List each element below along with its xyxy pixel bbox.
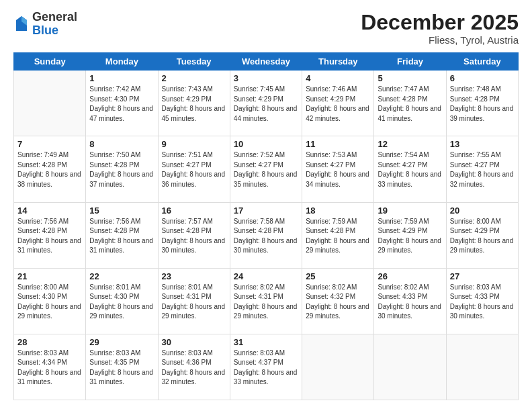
day-number: 16 — [162, 205, 226, 216]
day-number: 17 — [234, 205, 298, 216]
day-info: Sunrise: 8:03 AMSunset: 4:37 PMDaylight:… — [234, 349, 298, 387]
day-number: 11 — [306, 139, 370, 149]
week-row-3: 21Sunrise: 8:00 AMSunset: 4:30 PMDayligh… — [14, 268, 519, 334]
weekday-header-saturday: Saturday — [446, 53, 518, 71]
weekday-header-monday: Monday — [86, 53, 158, 71]
day-cell: 26Sunrise: 8:02 AMSunset: 4:33 PMDayligh… — [374, 268, 446, 334]
day-info: Sunrise: 8:01 AMSunset: 4:30 PMDaylight:… — [89, 283, 154, 322]
day-cell: 15Sunrise: 7:56 AMSunset: 4:28 PMDayligh… — [86, 202, 158, 268]
day-info: Sunrise: 7:48 AMSunset: 4:28 PMDaylight:… — [450, 85, 515, 124]
logo-icon — [13, 15, 30, 34]
day-info: Sunrise: 7:53 AMSunset: 4:27 PMDaylight:… — [306, 150, 370, 189]
day-number: 4 — [306, 73, 370, 83]
day-cell: 23Sunrise: 8:01 AMSunset: 4:31 PMDayligh… — [158, 268, 230, 334]
day-cell: 14Sunrise: 7:56 AMSunset: 4:28 PMDayligh… — [14, 202, 86, 268]
day-cell: 2Sunrise: 7:43 AMSunset: 4:29 PMDaylight… — [158, 71, 230, 136]
day-cell: 17Sunrise: 7:58 AMSunset: 4:28 PMDayligh… — [230, 202, 302, 268]
day-cell: 1Sunrise: 7:42 AMSunset: 4:30 PMDaylight… — [86, 71, 158, 136]
day-info: Sunrise: 8:01 AMSunset: 4:31 PMDaylight:… — [162, 283, 226, 322]
logo: General Blue — [13, 11, 77, 38]
day-number: 21 — [17, 271, 82, 281]
day-cell: 29Sunrise: 8:03 AMSunset: 4:35 PMDayligh… — [86, 334, 158, 400]
day-number: 24 — [234, 271, 298, 281]
day-number: 1 — [89, 73, 154, 83]
day-number: 27 — [450, 271, 515, 281]
day-cell: 30Sunrise: 8:03 AMSunset: 4:36 PMDayligh… — [158, 334, 230, 400]
day-cell — [302, 334, 374, 400]
day-number: 28 — [17, 337, 82, 347]
day-info: Sunrise: 7:59 AMSunset: 4:29 PMDaylight:… — [378, 217, 442, 256]
day-cell — [14, 71, 86, 136]
day-number: 5 — [378, 73, 442, 83]
day-number: 9 — [162, 139, 226, 149]
day-cell: 13Sunrise: 7:55 AMSunset: 4:27 PMDayligh… — [446, 136, 518, 202]
day-info: Sunrise: 7:42 AMSunset: 4:30 PMDaylight:… — [89, 85, 154, 124]
day-number: 15 — [89, 205, 154, 216]
weekday-header-thursday: Thursday — [302, 53, 374, 71]
day-info: Sunrise: 8:02 AMSunset: 4:31 PMDaylight:… — [234, 283, 298, 322]
logo-blue-text: Blue — [32, 24, 58, 37]
day-cell: 4Sunrise: 7:46 AMSunset: 4:29 PMDaylight… — [302, 71, 374, 136]
location: Fliess, Tyrol, Austria — [361, 34, 519, 46]
day-cell: 19Sunrise: 7:59 AMSunset: 4:29 PMDayligh… — [374, 202, 446, 268]
day-info: Sunrise: 7:43 AMSunset: 4:29 PMDaylight:… — [162, 85, 226, 124]
day-info: Sunrise: 7:47 AMSunset: 4:28 PMDaylight:… — [378, 85, 442, 124]
day-number: 2 — [162, 73, 226, 83]
page: General Blue December 2025 Fliess, Tyrol… — [0, 0, 532, 411]
day-number: 6 — [450, 73, 515, 83]
day-number: 31 — [234, 337, 298, 347]
header: General Blue December 2025 Fliess, Tyrol… — [13, 11, 519, 46]
day-number: 25 — [306, 271, 370, 281]
day-info: Sunrise: 8:02 AMSunset: 4:33 PMDaylight:… — [378, 283, 442, 322]
day-info: Sunrise: 7:54 AMSunset: 4:27 PMDaylight:… — [378, 150, 442, 189]
day-number: 18 — [306, 205, 370, 216]
day-number: 30 — [162, 337, 226, 347]
weekday-header-row: SundayMondayTuesdayWednesdayThursdayFrid… — [14, 53, 519, 71]
day-cell: 10Sunrise: 7:52 AMSunset: 4:27 PMDayligh… — [230, 136, 302, 202]
day-number: 20 — [450, 205, 515, 216]
day-cell: 8Sunrise: 7:50 AMSunset: 4:28 PMDaylight… — [86, 136, 158, 202]
day-cell: 27Sunrise: 8:03 AMSunset: 4:33 PMDayligh… — [446, 268, 518, 334]
day-info: Sunrise: 8:03 AMSunset: 4:34 PMDaylight:… — [17, 349, 82, 387]
day-info: Sunrise: 8:03 AMSunset: 4:35 PMDaylight:… — [89, 349, 154, 387]
day-cell: 9Sunrise: 7:51 AMSunset: 4:27 PMDaylight… — [158, 136, 230, 202]
day-cell: 25Sunrise: 8:02 AMSunset: 4:32 PMDayligh… — [302, 268, 374, 334]
day-info: Sunrise: 8:03 AMSunset: 4:36 PMDaylight:… — [162, 349, 226, 387]
day-number: 14 — [17, 205, 82, 216]
day-info: Sunrise: 7:56 AMSunset: 4:28 PMDaylight:… — [89, 217, 154, 256]
logo-general-text: General — [32, 10, 77, 24]
day-cell: 5Sunrise: 7:47 AMSunset: 4:28 PMDaylight… — [374, 71, 446, 136]
day-info: Sunrise: 7:51 AMSunset: 4:27 PMDaylight:… — [162, 150, 226, 189]
day-number: 12 — [378, 139, 442, 149]
day-info: Sunrise: 7:49 AMSunset: 4:28 PMDaylight:… — [17, 150, 82, 189]
day-number: 10 — [234, 139, 298, 149]
day-info: Sunrise: 8:00 AMSunset: 4:30 PMDaylight:… — [17, 283, 82, 322]
week-row-2: 14Sunrise: 7:56 AMSunset: 4:28 PMDayligh… — [14, 202, 519, 268]
day-info: Sunrise: 7:52 AMSunset: 4:27 PMDaylight:… — [234, 150, 298, 189]
day-cell: 7Sunrise: 7:49 AMSunset: 4:28 PMDaylight… — [14, 136, 86, 202]
day-number: 22 — [89, 271, 154, 281]
day-cell: 22Sunrise: 8:01 AMSunset: 4:30 PMDayligh… — [86, 268, 158, 334]
weekday-header-sunday: Sunday — [14, 53, 86, 71]
day-number: 13 — [450, 139, 515, 149]
day-cell: 31Sunrise: 8:03 AMSunset: 4:37 PMDayligh… — [230, 334, 302, 400]
day-info: Sunrise: 8:02 AMSunset: 4:32 PMDaylight:… — [306, 283, 370, 322]
day-info: Sunrise: 7:58 AMSunset: 4:28 PMDaylight:… — [234, 217, 298, 256]
day-cell — [374, 334, 446, 400]
day-info: Sunrise: 7:59 AMSunset: 4:28 PMDaylight:… — [306, 217, 370, 256]
day-info: Sunrise: 8:00 AMSunset: 4:29 PMDaylight:… — [450, 217, 515, 256]
day-info: Sunrise: 7:56 AMSunset: 4:28 PMDaylight:… — [17, 217, 82, 256]
day-number: 29 — [89, 337, 154, 347]
day-info: Sunrise: 7:50 AMSunset: 4:28 PMDaylight:… — [89, 150, 154, 189]
weekday-header-tuesday: Tuesday — [158, 53, 230, 71]
day-info: Sunrise: 8:03 AMSunset: 4:33 PMDaylight:… — [450, 283, 515, 322]
day-cell: 11Sunrise: 7:53 AMSunset: 4:27 PMDayligh… — [302, 136, 374, 202]
day-number: 8 — [89, 139, 154, 149]
day-cell: 20Sunrise: 8:00 AMSunset: 4:29 PMDayligh… — [446, 202, 518, 268]
weekday-header-friday: Friday — [374, 53, 446, 71]
day-info: Sunrise: 7:46 AMSunset: 4:29 PMDaylight:… — [306, 85, 370, 124]
day-cell: 18Sunrise: 7:59 AMSunset: 4:28 PMDayligh… — [302, 202, 374, 268]
day-cell: 28Sunrise: 8:03 AMSunset: 4:34 PMDayligh… — [14, 334, 86, 400]
month-title: December 2025 — [361, 11, 519, 34]
day-cell: 21Sunrise: 8:00 AMSunset: 4:30 PMDayligh… — [14, 268, 86, 334]
